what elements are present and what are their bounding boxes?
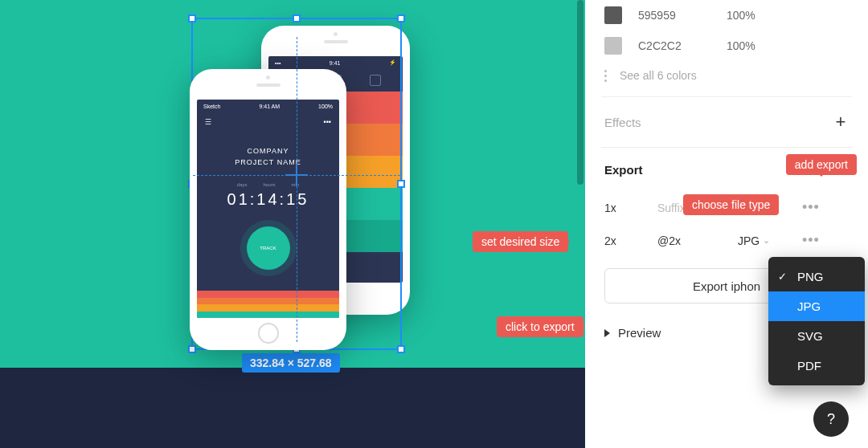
add-effect-button[interactable]: + <box>833 112 849 132</box>
guide-vertical <box>297 37 297 342</box>
scrollbar-thumb[interactable] <box>577 0 583 185</box>
inspector-panel: 595959 100% C2C2C2 100% See all 6 colors… <box>585 0 868 448</box>
help-button[interactable]: ? <box>813 401 849 437</box>
export-title: Export <box>604 163 643 177</box>
export-setting-row: 2x @2x JPG⌄ ••• <box>585 224 868 257</box>
track-button: TRACK <box>247 226 290 270</box>
phone-mockup-front: Sketch 9:41 AM 100% ☰••• COMPANY PROJECT… <box>190 69 346 350</box>
resize-handle[interactable] <box>293 14 301 22</box>
dropdown-item-jpg[interactable]: JPG <box>768 291 865 321</box>
menu-icon: ☰ <box>205 118 211 126</box>
project-title: COMPANY PROJECT NAME <box>197 146 339 168</box>
timer-display: 01:14:15 <box>197 190 339 209</box>
alignment-crosshair-icon <box>289 167 305 183</box>
export-row-more[interactable]: ••• <box>802 232 820 249</box>
annotation-choose-file-type: choose file type <box>683 194 779 215</box>
color-hex: 595959 <box>638 9 710 22</box>
canvas-area[interactable]: •••9:41⚡ 14:00:00 14:00:00 14:00:00 14:0… <box>0 0 585 448</box>
color-swatch[interactable] <box>604 37 622 55</box>
triangle-right-icon <box>604 329 610 337</box>
selection-dimensions: 332.84 × 527.68 <box>242 353 340 373</box>
check-icon: ✓ <box>778 271 787 283</box>
annotation-add-export: add export <box>786 154 857 175</box>
dropdown-item-png[interactable]: ✓ PNG <box>768 262 865 291</box>
annotation-set-desired-size: set desired size <box>473 231 568 252</box>
more-icon <box>604 70 607 82</box>
export-filetype-select[interactable]: JPG⌄ <box>738 234 794 247</box>
resize-handle[interactable] <box>188 14 196 22</box>
status-bar: Sketch 9:41 AM 100% <box>197 100 339 112</box>
dropdown-item-svg[interactable]: SVG <box>768 321 865 351</box>
dropdown-item-pdf[interactable]: PDF <box>768 351 865 381</box>
export-row-more[interactable]: ••• <box>802 199 820 216</box>
color-opacity: 100% <box>727 9 755 22</box>
export-suffix-input[interactable]: @2x <box>657 234 730 247</box>
color-row[interactable]: 595959 100% <box>585 0 868 31</box>
chevron-down-icon: ⌄ <box>763 235 770 246</box>
more-icon: ••• <box>324 118 331 126</box>
annotation-click-to-export: click to export <box>497 316 583 337</box>
color-row[interactable]: C2C2C2 100% <box>585 31 868 61</box>
resize-handle[interactable] <box>397 180 405 188</box>
resize-handle[interactable] <box>397 345 405 353</box>
color-opacity: 100% <box>727 39 755 52</box>
export-size-select[interactable]: 1x <box>604 202 649 214</box>
filetype-dropdown: ✓ PNG JPG SVG PDF <box>768 257 865 385</box>
effects-section-header[interactable]: Effects + <box>585 97 868 147</box>
see-all-colors[interactable]: See all 6 colors <box>585 61 868 96</box>
export-size-select[interactable]: 2x <box>604 234 649 247</box>
home-button-icon <box>258 323 279 344</box>
color-swatch[interactable] <box>604 6 622 24</box>
resize-handle[interactable] <box>397 14 405 22</box>
color-hex: C2C2C2 <box>638 39 710 52</box>
effects-title: Effects <box>604 116 641 129</box>
resize-handle[interactable] <box>188 345 196 353</box>
